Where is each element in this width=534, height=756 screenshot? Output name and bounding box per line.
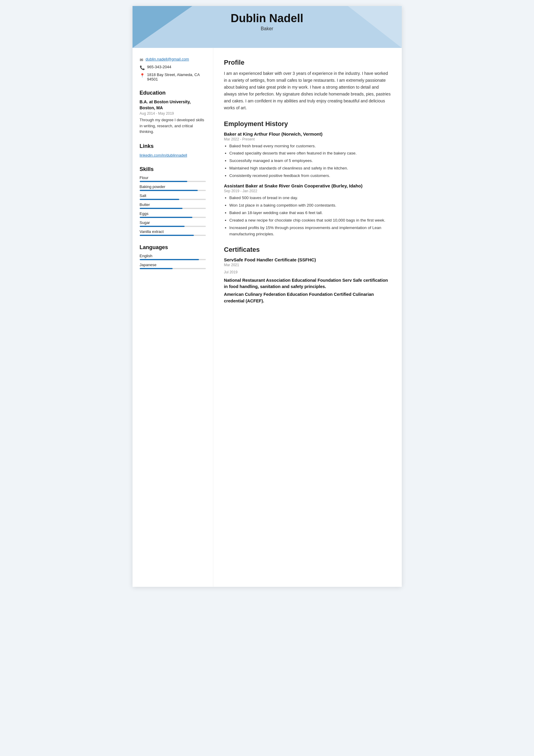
job-title-0: Baker at King Arthur Flour (Norwich, Ver… xyxy=(224,131,391,137)
lang-label-0: English xyxy=(140,254,206,258)
cert-date-1: Jul 2019 xyxy=(224,270,391,274)
jobs-list: Baker at King Arthur Flour (Norwich, Ver… xyxy=(224,131,391,237)
skill-bar-fill-4 xyxy=(140,217,193,218)
lang-bar-bg-1 xyxy=(140,268,206,269)
skill-bar-bg-2 xyxy=(140,199,206,200)
job-bullet-1-4: Increased profits by 15% through process… xyxy=(229,225,391,237)
job-bullet-1-2: Baked an 18-layer wedding cake that was … xyxy=(229,210,391,216)
skill-label-1: Baking powder xyxy=(140,184,206,189)
linkedin-link[interactable]: linkedin.com/in/dublinnadell xyxy=(140,153,187,157)
links-section: Links linkedin.com/in/dublinnadell xyxy=(140,143,206,158)
job-title-1: Assistant Baker at Snake River Grain Coo… xyxy=(224,183,391,188)
skill-bar-fill-5 xyxy=(140,226,185,227)
email-icon: ✉ xyxy=(140,58,143,62)
skills-title: Skills xyxy=(140,166,206,173)
header-section: Dublin Nadell Baker xyxy=(133,6,402,48)
job-bullets-1: Baked 500 loaves of bread in one day.Won… xyxy=(224,195,391,237)
skill-bar-bg-6 xyxy=(140,235,206,236)
certificates-section: Certificates ServSafe Food Handler Certi… xyxy=(224,246,391,305)
skill-bar-bg-3 xyxy=(140,208,206,209)
profile-title: Profile xyxy=(224,59,391,67)
employment-section: Employment History Baker at King Arthur … xyxy=(224,120,391,237)
skill-bar-bg-5 xyxy=(140,226,206,227)
job-bullet-0-4: Consistently received positive feedback … xyxy=(229,173,391,179)
lang-bar-bg-0 xyxy=(140,259,206,260)
candidate-name: Dublin Nadell xyxy=(231,12,303,25)
header-triangle-left xyxy=(133,6,192,48)
contact-phone-item: 📞 965-343-2044 xyxy=(140,65,206,70)
languages-title: Languages xyxy=(140,244,206,251)
resume-container: Dublin Nadell Baker ✉ dublin.nadell@gmai… xyxy=(133,6,402,587)
body-layout: ✉ dublin.nadell@gmail.com 📞 965-343-2044… xyxy=(133,48,402,587)
cert-desc-1: National Restaurant Association Educatio… xyxy=(224,277,391,290)
contact-section: ✉ dublin.nadell@gmail.com 📞 965-343-2044… xyxy=(140,57,206,81)
skill-bar-fill-6 xyxy=(140,235,194,236)
skill-label-3: Butter xyxy=(140,202,206,207)
skills-list: FlourBaking powderSaltButterEggsSugarVan… xyxy=(140,176,206,236)
languages-section: Languages EnglishJapanese xyxy=(140,244,206,269)
address-value: 1818 Bay Street, Alameda, CA 94501 xyxy=(147,72,206,81)
job-bullet-1-3: Created a new recipe for chocolate chip … xyxy=(229,217,391,224)
header-content: Dublin Nadell Baker xyxy=(231,12,303,31)
job-bullet-1-1: Won 1st place in a baking competition wi… xyxy=(229,202,391,209)
certificates-title: Certificates xyxy=(224,246,391,254)
skill-label-0: Flour xyxy=(140,176,206,180)
job-bullets-0: Baked fresh bread every morning for cust… xyxy=(224,143,391,179)
job-date-1: Sep 2019 - Jan 2022 xyxy=(224,189,391,193)
job-bullet-0-2: Successfully managed a team of 5 employe… xyxy=(229,158,391,164)
profile-section: Profile I am an experienced baker with o… xyxy=(224,59,391,112)
cert-date-0: Mar 2021 xyxy=(224,263,391,267)
contact-email-item: ✉ dublin.nadell@gmail.com xyxy=(140,57,206,62)
lang-bar-fill-0 xyxy=(140,259,199,260)
sidebar: ✉ dublin.nadell@gmail.com 📞 965-343-2044… xyxy=(133,48,213,587)
skill-label-4: Eggs xyxy=(140,211,206,216)
contact-address-item: 📍 1818 Bay Street, Alameda, CA 94501 xyxy=(140,72,206,81)
candidate-title: Baker xyxy=(231,26,303,31)
profile-text: I am an experienced baker with over 3 ye… xyxy=(224,70,391,112)
cert-name-0: ServSafe Food Handler Certificate (SSFHC… xyxy=(224,257,391,262)
edu-degree: B.A. at Boston University, Boston, MA xyxy=(140,99,206,111)
cert-desc-2: American Culinary Federation Education F… xyxy=(224,291,391,305)
skill-bar-bg-4 xyxy=(140,217,206,218)
skill-bar-fill-3 xyxy=(140,208,183,209)
lang-label-1: Japanese xyxy=(140,262,206,267)
job-bullet-0-3: Maintained high standards of cleanliness… xyxy=(229,165,391,172)
languages-list: EnglishJapanese xyxy=(140,254,206,269)
skill-bar-bg-1 xyxy=(140,190,206,191)
phone-value: 965-343-2044 xyxy=(147,65,171,69)
skill-label-5: Sugar xyxy=(140,220,206,225)
skill-bar-fill-0 xyxy=(140,181,187,182)
skill-bar-fill-2 xyxy=(140,199,180,200)
phone-icon: 📞 xyxy=(140,65,145,70)
edu-desc: Through my degree I developed skills in … xyxy=(140,117,206,135)
job-date-0: Mar 2022 - Present xyxy=(224,137,391,141)
employment-title: Employment History xyxy=(224,120,391,128)
education-title: Education xyxy=(140,90,206,96)
header-triangle-right xyxy=(348,6,402,48)
skill-label-6: Vanilla extract xyxy=(140,230,206,234)
skill-label-2: Salt xyxy=(140,193,206,198)
job-bullet-0-1: Created speciality desserts that were of… xyxy=(229,150,391,157)
job-bullet-0-0: Baked fresh bread every morning for cust… xyxy=(229,143,391,149)
skills-section: Skills FlourBaking powderSaltButterEggsS… xyxy=(140,166,206,236)
skill-bar-bg-0 xyxy=(140,181,206,182)
edu-date: Aug 2014 - May 2019 xyxy=(140,111,206,116)
main-content: Profile I am an experienced baker with o… xyxy=(213,48,402,587)
location-icon: 📍 xyxy=(140,73,145,78)
lang-bar-fill-1 xyxy=(140,268,173,269)
education-section: Education B.A. at Boston University, Bos… xyxy=(140,90,206,135)
links-title: Links xyxy=(140,143,206,149)
email-link[interactable]: dublin.nadell@gmail.com xyxy=(146,57,189,61)
certs-list: ServSafe Food Handler Certificate (SSFHC… xyxy=(224,257,391,305)
job-bullet-1-0: Baked 500 loaves of bread in one day. xyxy=(229,195,391,201)
skill-bar-fill-1 xyxy=(140,190,198,191)
